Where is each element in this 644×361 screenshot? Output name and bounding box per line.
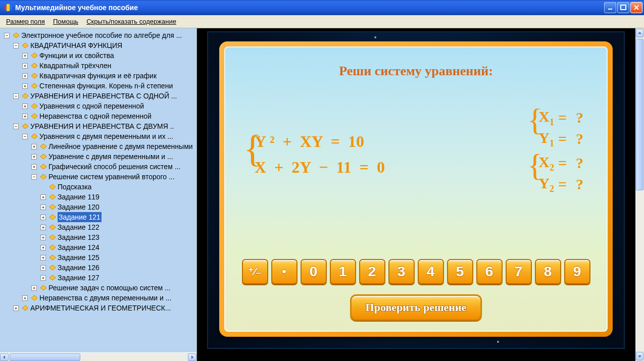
tree-item-sec2-1[interactable]: +Неравенства с одной переменной <box>22 111 196 121</box>
key-4[interactable]: 4 <box>418 259 444 284</box>
expand-icon[interactable]: + <box>40 255 46 261</box>
answer-x1[interactable]: X1=? <box>538 107 583 128</box>
scroll-track[interactable] <box>9 353 188 361</box>
key-7[interactable]: 7 <box>506 259 532 284</box>
collapse-icon[interactable]: − <box>13 43 19 48</box>
expand-icon[interactable]: + <box>22 83 28 89</box>
svg-marker-26 <box>49 245 56 250</box>
minimize-button[interactable] <box>604 2 616 13</box>
tree-item-sec3-sub-2[interactable]: +Графический способ решения систем ... <box>31 162 196 172</box>
key-8[interactable]: 8 <box>535 259 561 284</box>
tree-item-sec3-sub[interactable]: −Уравнения с двумя переменными и их ... <box>22 131 196 141</box>
expand-icon[interactable]: + <box>31 144 37 149</box>
expand-icon[interactable]: + <box>22 104 28 109</box>
key-2[interactable]: 2 <box>359 259 385 284</box>
expand-icon[interactable]: + <box>31 285 37 291</box>
maximize-button[interactable] <box>617 2 629 13</box>
tree-item-task-125[interactable]: +Задание 125 <box>40 252 196 263</box>
scroll-up-button[interactable] <box>636 29 643 37</box>
tree-item-task-124[interactable]: +Задание 124 <box>40 242 196 252</box>
expand-icon[interactable]: + <box>40 215 46 220</box>
expand-icon[interactable]: + <box>40 245 46 250</box>
book-icon <box>49 275 56 281</box>
scroll-left-button[interactable] <box>0 353 9 361</box>
collapse-icon[interactable]: − <box>4 33 10 38</box>
answer-y1[interactable]: Y1=? <box>538 128 583 149</box>
menu-toggle-toc[interactable]: Скрыть/показать содержание <box>86 18 176 25</box>
tree-item-task-119[interactable]: +Задание 119 <box>40 192 196 202</box>
expand-icon[interactable]: + <box>31 154 37 160</box>
tree-item-hint[interactable]: Подсказка <box>40 182 196 192</box>
tree-item-sec3-sub-0[interactable]: +Линейное уравнение с двумя переменными <box>31 141 196 151</box>
expand-icon[interactable]: + <box>40 235 46 240</box>
book-icon <box>31 113 38 119</box>
expand-icon[interactable]: + <box>40 204 46 210</box>
tree-horizontal-scrollbar[interactable] <box>0 352 196 361</box>
svg-marker-8 <box>31 63 37 68</box>
tree-item-root[interactable]: −Электронное учебное пособие по алгебре … <box>4 30 196 40</box>
collapse-icon[interactable]: − <box>22 134 28 139</box>
tree-item-after1[interactable]: +Решение задач с помощью систем ... <box>31 283 196 293</box>
key-0[interactable]: 0 <box>301 259 327 284</box>
tree-item-after2[interactable]: +Неравенства с двумя переменными и ... <box>22 293 196 303</box>
key-9[interactable]: 9 <box>564 259 590 284</box>
tree-item-task-122[interactable]: +Задание 122 <box>40 222 196 232</box>
expand-icon[interactable]: + <box>40 194 46 200</box>
answer-x2[interactable]: X2=? <box>538 152 583 174</box>
expand-icon[interactable]: + <box>40 265 46 271</box>
svg-marker-19 <box>40 174 46 179</box>
expand-icon[interactable]: + <box>22 295 28 301</box>
equation-system: { Y ² + XY = 10 X + 2Y − 11 = 0 <box>255 132 385 177</box>
tree-item-task-120[interactable]: +Задание 120 <box>40 202 196 212</box>
book-icon <box>40 164 47 170</box>
tree-item-task-121[interactable]: +Задание 121 <box>40 212 196 222</box>
tree-item-cutoff[interactable]: +АРИФМЕТИЧЕСКАЯ И ГЕОМЕТРИЧЕСК... <box>13 303 196 313</box>
menu-help[interactable]: Помощь <box>53 18 78 25</box>
menubar: Размер поля Помощь Скрыть/показать содер… <box>0 15 644 28</box>
key-5[interactable]: 5 <box>447 259 473 284</box>
tree-item-sec2-0[interactable]: +Уравнения с одной переменной <box>22 101 196 111</box>
collapse-icon[interactable]: − <box>13 124 19 129</box>
collapse-icon[interactable]: − <box>31 174 37 180</box>
tree-item-solving[interactable]: −Решение систем уравнений второго ... <box>31 172 196 182</box>
scroll-thumb[interactable] <box>636 39 643 190</box>
answer-y2[interactable]: Y2=? <box>538 174 583 195</box>
tree-item-task-127[interactable]: +Задание 127 <box>40 273 196 283</box>
expand-icon[interactable]: + <box>22 114 28 119</box>
scroll-thumb[interactable] <box>10 353 80 361</box>
tree-item-sec1-3[interactable]: +Степенная функция. Корень n-й степени <box>22 81 196 91</box>
check-answer-button[interactable]: Проверить решение <box>350 294 482 321</box>
scroll-down-button[interactable] <box>636 352 643 360</box>
book-icon <box>49 204 56 210</box>
key-6[interactable]: 6 <box>476 259 503 284</box>
expand-icon[interactable]: + <box>13 305 19 311</box>
key-1[interactable]: 1 <box>330 259 356 284</box>
tree-item-sec3-sub-1[interactable]: +Уравнение с двумя переменными и ... <box>31 151 196 162</box>
tree-item-sec-twovar[interactable]: −УРАВНЕНИЯ И НЕРАВЕНСТВА С ДВУМЯ .. <box>13 121 196 131</box>
expand-icon[interactable]: + <box>31 164 37 170</box>
collapse-icon[interactable]: − <box>13 93 19 99</box>
scroll-track[interactable] <box>635 38 644 351</box>
tree-item-sec1-2[interactable]: +Квадратичная функция и её график <box>22 71 196 81</box>
tree-item-sec1-0[interactable]: +Функции и их свойства <box>22 50 196 61</box>
key-dot[interactable]: • <box>271 259 298 284</box>
tree-item-sec1-1[interactable]: +Квадратный трёхчлен <box>22 61 196 71</box>
expand-icon[interactable]: + <box>22 53 28 59</box>
tree-item-sec-onevar[interactable]: −УРАВНЕНИЯ И НЕРАВЕНСТВА С ОДНОЙ ... <box>13 91 196 101</box>
expand-icon[interactable]: + <box>40 225 46 230</box>
book-icon <box>49 244 56 250</box>
key-3[interactable]: 3 <box>388 259 415 284</box>
tree-item-task-126[interactable]: +Задание 126 <box>40 263 196 273</box>
scroll-right-button[interactable] <box>188 353 196 361</box>
key-sign[interactable]: ⁺⁄₋ <box>242 259 268 284</box>
tree-item-sec-quadratic[interactable]: −КВАДРАТИЧНАЯ ФУНКЦИЯ <box>13 40 196 50</box>
expand-icon[interactable]: + <box>22 73 28 79</box>
expand-icon[interactable]: + <box>40 275 46 281</box>
book-icon <box>40 143 47 149</box>
content-vertical-scrollbar[interactable] <box>635 28 644 361</box>
menu-field-size[interactable]: Размер поля <box>6 18 45 25</box>
close-button[interactable] <box>630 2 642 13</box>
toc-tree[interactable]: −Электронное учебное пособие по алгебре … <box>0 28 196 352</box>
expand-icon[interactable]: + <box>22 63 28 69</box>
tree-item-task-123[interactable]: +Задание 123 <box>40 232 196 242</box>
